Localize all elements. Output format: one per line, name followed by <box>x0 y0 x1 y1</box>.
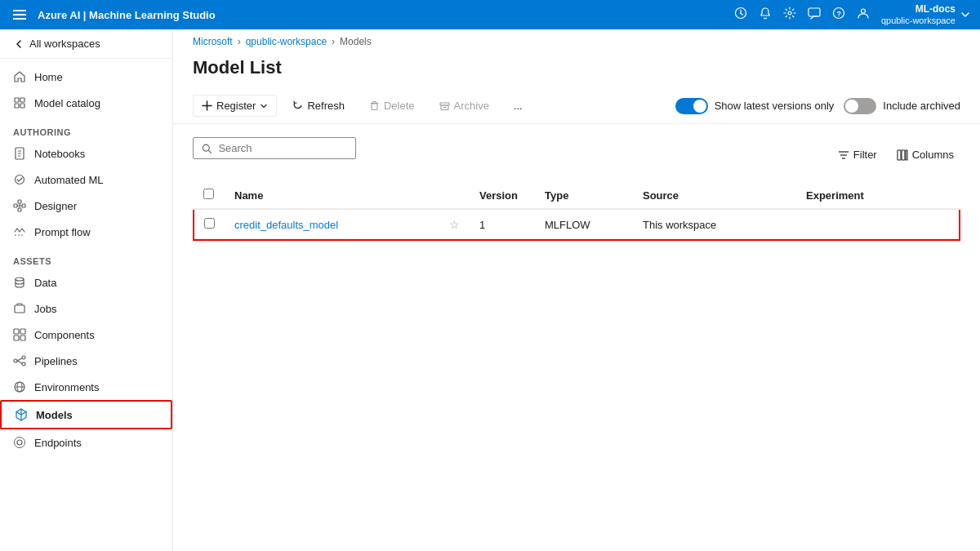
model-type-cell: MLFLOW <box>535 209 633 240</box>
automated-ml-icon <box>13 173 26 186</box>
user-icon[interactable] <box>857 7 870 22</box>
svg-rect-29 <box>20 335 25 340</box>
user-profile[interactable]: ML-docs qpublic-workspace <box>881 3 970 26</box>
include-archived-toggle-group: Include archived <box>844 98 960 114</box>
sidebar-item-notebooks[interactable]: Notebooks <box>0 140 172 167</box>
filter-label: Filter <box>853 149 877 161</box>
columns-button[interactable]: Columns <box>890 145 960 164</box>
svg-line-47 <box>208 150 211 153</box>
designer-icon <box>13 199 26 212</box>
breadcrumb: Microsoft › qpublic-workspace › Models <box>173 29 980 51</box>
more-label: ... <box>514 100 523 112</box>
svg-rect-51 <box>898 150 901 160</box>
col-version-header: Version <box>470 182 535 209</box>
environments-icon <box>13 380 26 393</box>
register-button[interactable]: Register <box>193 95 277 117</box>
search-icon <box>202 143 212 154</box>
more-button[interactable]: ... <box>505 95 532 117</box>
breadcrumb-workspace[interactable]: qpublic-workspace <box>246 36 327 47</box>
model-name-link[interactable]: credit_defaults_model <box>234 219 338 231</box>
sidebar-item-data[interactable]: Data <box>0 269 172 295</box>
svg-line-33 <box>17 358 22 361</box>
sidebar-item-prompt-flow[interactable]: Prompt flow <box>0 219 172 245</box>
breadcrumb-models: Models <box>340 36 372 47</box>
breadcrumb-sep-1: › <box>238 36 241 47</box>
bell-icon[interactable] <box>759 7 772 22</box>
topbar-left: Azure AI | Machine Learning Studio <box>10 7 216 23</box>
col-experiment-header: Experiment <box>796 182 960 209</box>
svg-point-3 <box>788 11 791 15</box>
refresh-button[interactable]: Refresh <box>283 95 354 117</box>
sidebar-item-automated-ml[interactable]: Automated ML <box>0 167 172 193</box>
hamburger-menu[interactable] <box>10 7 29 23</box>
show-latest-label: Show latest versions only <box>715 100 835 112</box>
col-type-header: Type <box>535 182 633 209</box>
row-checkbox[interactable] <box>204 218 215 229</box>
plus-icon <box>202 100 212 111</box>
svg-rect-19 <box>18 200 21 203</box>
sidebar-item-designer[interactable]: Designer <box>0 193 172 219</box>
chevron-down-icon <box>960 10 970 20</box>
sidebar-item-jobs[interactable]: Jobs <box>0 295 172 322</box>
sidebar-item-components[interactable]: Components <box>0 322 172 348</box>
search-input[interactable] <box>218 142 347 154</box>
refresh-label: Refresh <box>307 100 345 112</box>
refresh-icon <box>292 100 303 111</box>
search-bar[interactable] <box>193 137 356 159</box>
archive-button[interactable]: Archive <box>430 95 498 117</box>
sidebar-label-components: Components <box>34 329 95 341</box>
filter-icon <box>838 149 849 161</box>
col-star-header <box>439 182 470 209</box>
breadcrumb-microsoft[interactable]: Microsoft <box>193 36 233 47</box>
home-icon <box>13 70 26 83</box>
sidebar-item-home[interactable]: Home <box>0 64 172 90</box>
sidebar-label-environments: Environments <box>34 381 99 393</box>
sidebar-label-designer: Designer <box>34 200 77 212</box>
models-icon <box>15 408 28 421</box>
chat-icon[interactable] <box>808 7 821 22</box>
sidebar-item-endpoints[interactable]: Endpoints <box>0 429 172 455</box>
svg-rect-17 <box>14 204 17 207</box>
svg-point-30 <box>14 359 17 362</box>
delete-icon <box>369 100 380 111</box>
model-source-cell: This workspace <box>633 209 796 240</box>
svg-rect-42 <box>372 104 377 110</box>
sidebar-item-models[interactable]: Models <box>0 400 172 429</box>
include-archived-toggle[interactable] <box>844 98 876 114</box>
model-version-cell: 1 <box>470 209 535 240</box>
sidebar-item-environments[interactable]: Environments <box>0 374 172 400</box>
sidebar-item-pipelines[interactable]: Pipelines <box>0 348 172 374</box>
breadcrumb-sep-2: › <box>332 36 335 47</box>
svg-point-31 <box>22 356 25 359</box>
delete-button[interactable]: Delete <box>360 95 424 117</box>
star-icon[interactable]: ☆ <box>449 218 460 231</box>
filter-button[interactable]: Filter <box>831 145 884 164</box>
col-checkbox <box>194 182 225 209</box>
sidebar-item-model-catalog[interactable]: Model catalog <box>0 90 172 116</box>
sidebar-label-pipelines: Pipelines <box>34 355 78 367</box>
topbar-right: ? ML-docs qpublic-workspace <box>734 3 970 26</box>
clock-icon[interactable] <box>734 7 747 22</box>
include-archived-label: Include archived <box>883 100 960 112</box>
data-icon <box>13 276 26 289</box>
model-experiment-cell <box>796 209 960 240</box>
svg-rect-27 <box>20 329 25 334</box>
toolbar-right: Show latest versions only Include archiv… <box>675 98 960 114</box>
components-icon <box>13 328 26 341</box>
register-label: Register <box>216 100 256 112</box>
show-latest-toggle[interactable] <box>675 98 708 114</box>
gear-icon[interactable] <box>783 7 796 22</box>
assets-section-label: Assets <box>0 245 172 269</box>
back-to-workspaces[interactable]: All workspaces <box>0 29 172 59</box>
user-workspace: qpublic-workspace <box>881 16 956 26</box>
svg-rect-26 <box>14 329 19 334</box>
select-all-checkbox[interactable] <box>203 189 214 199</box>
notebooks-icon <box>13 147 26 160</box>
sidebar-label-automated-ml: Automated ML <box>34 174 104 186</box>
sidebar-label-jobs: Jobs <box>34 303 56 315</box>
archive-label: Archive <box>454 100 489 112</box>
svg-rect-28 <box>14 335 19 340</box>
svg-rect-8 <box>15 98 19 102</box>
help-icon[interactable]: ? <box>832 7 845 22</box>
sidebar-label-model-catalog: Model catalog <box>34 97 100 109</box>
